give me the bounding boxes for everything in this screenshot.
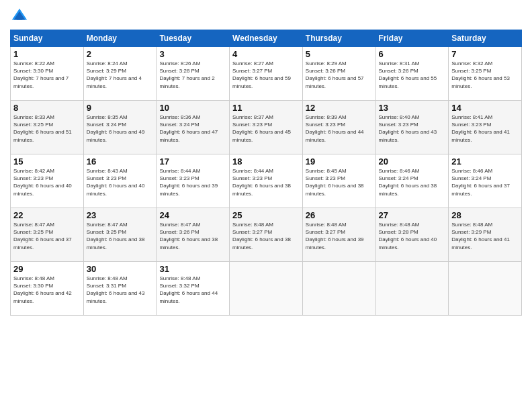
calendar-cell: 27 Sunrise: 8:48 AMSunset: 3:28 PMDaylig… — [375, 208, 449, 262]
calendar-cell: 31 Sunrise: 8:48 AMSunset: 3:32 PMDaylig… — [157, 262, 230, 316]
col-header-tuesday: Tuesday — [157, 30, 230, 47]
day-number: 6 — [379, 49, 446, 59]
header — [10, 7, 522, 26]
day-info: Sunrise: 8:24 AMSunset: 3:29 PMDaylight:… — [87, 60, 154, 90]
day-info: Sunrise: 8:47 AMSunset: 3:25 PMDaylight:… — [87, 221, 154, 251]
calendar-cell: 12 Sunrise: 8:39 AMSunset: 3:23 PMDaylig… — [302, 101, 375, 154]
header-row: SundayMondayTuesdayWednesdayThursdayFrid… — [11, 30, 522, 47]
calendar-cell: 14 Sunrise: 8:41 AMSunset: 3:23 PMDaylig… — [449, 101, 522, 154]
day-info: Sunrise: 8:48 AMSunset: 3:29 PMDaylight:… — [451, 221, 519, 251]
day-number: 26 — [306, 210, 373, 220]
calendar-cell: 10 Sunrise: 8:36 AMSunset: 3:24 PMDaylig… — [157, 101, 230, 154]
calendar-cell: 29 Sunrise: 8:48 AMSunset: 3:30 PMDaylig… — [11, 262, 84, 316]
day-number: 1 — [13, 49, 81, 59]
page: SundayMondayTuesdayWednesdayThursdayFrid… — [0, 0, 532, 411]
day-number: 25 — [232, 210, 300, 220]
day-number: 15 — [13, 156, 81, 167]
calendar-cell: 6 Sunrise: 8:31 AMSunset: 3:26 PMDayligh… — [375, 47, 449, 101]
calendar-cell: 11 Sunrise: 8:37 AMSunset: 3:23 PMDaylig… — [230, 101, 303, 154]
day-number: 17 — [159, 156, 226, 167]
day-info: Sunrise: 8:47 AMSunset: 3:25 PMDaylight:… — [13, 221, 81, 251]
day-number: 2 — [87, 49, 154, 59]
day-number: 8 — [13, 103, 81, 113]
col-header-saturday: Saturday — [449, 30, 522, 47]
col-header-monday: Monday — [83, 30, 157, 47]
calendar-cell: 13 Sunrise: 8:40 AMSunset: 3:23 PMDaylig… — [375, 101, 449, 154]
calendar-cell — [230, 262, 303, 316]
week-row-2: 8 Sunrise: 8:33 AMSunset: 3:25 PMDayligh… — [11, 101, 522, 154]
col-header-wednesday: Wednesday — [230, 30, 303, 47]
day-info: Sunrise: 8:46 AMSunset: 3:24 PMDaylight:… — [451, 167, 519, 197]
day-number: 9 — [87, 103, 154, 113]
calendar-cell: 19 Sunrise: 8:45 AMSunset: 3:23 PMDaylig… — [302, 154, 375, 208]
calendar-table: SundayMondayTuesdayWednesdayThursdayFrid… — [10, 30, 522, 316]
col-header-thursday: Thursday — [302, 30, 375, 47]
day-info: Sunrise: 8:33 AMSunset: 3:25 PMDaylight:… — [13, 113, 81, 144]
day-info: Sunrise: 8:45 AMSunset: 3:23 PMDaylight:… — [306, 167, 373, 197]
day-info: Sunrise: 8:39 AMSunset: 3:23 PMDaylight:… — [306, 113, 373, 144]
calendar-cell: 15 Sunrise: 8:42 AMSunset: 3:23 PMDaylig… — [11, 154, 84, 208]
day-number: 16 — [87, 156, 154, 167]
calendar-cell — [449, 262, 522, 316]
day-info: Sunrise: 8:48 AMSunset: 3:27 PMDaylight:… — [232, 221, 300, 251]
day-info: Sunrise: 8:48 AMSunset: 3:27 PMDaylight:… — [306, 221, 373, 251]
day-info: Sunrise: 8:27 AMSunset: 3:27 PMDaylight:… — [232, 60, 300, 90]
calendar-cell: 21 Sunrise: 8:46 AMSunset: 3:24 PMDaylig… — [449, 154, 522, 208]
calendar-cell: 1 Sunrise: 8:22 AMSunset: 3:30 PMDayligh… — [11, 47, 84, 101]
day-number: 7 — [451, 49, 519, 59]
day-number: 21 — [451, 156, 519, 167]
calendar-cell: 16 Sunrise: 8:43 AMSunset: 3:23 PMDaylig… — [83, 154, 157, 208]
day-number: 30 — [87, 264, 154, 274]
day-number: 13 — [379, 103, 446, 113]
day-number: 3 — [159, 49, 226, 59]
col-header-sunday: Sunday — [11, 30, 84, 47]
day-info: Sunrise: 8:43 AMSunset: 3:23 PMDaylight:… — [87, 167, 154, 197]
calendar-cell: 2 Sunrise: 8:24 AMSunset: 3:29 PMDayligh… — [83, 47, 157, 101]
day-info: Sunrise: 8:29 AMSunset: 3:26 PMDaylight:… — [306, 60, 373, 90]
calendar-cell: 23 Sunrise: 8:47 AMSunset: 3:25 PMDaylig… — [83, 208, 157, 262]
calendar-cell: 26 Sunrise: 8:48 AMSunset: 3:27 PMDaylig… — [302, 208, 375, 262]
calendar-cell: 28 Sunrise: 8:48 AMSunset: 3:29 PMDaylig… — [449, 208, 522, 262]
calendar-cell: 24 Sunrise: 8:47 AMSunset: 3:26 PMDaylig… — [157, 208, 230, 262]
calendar-cell: 20 Sunrise: 8:46 AMSunset: 3:24 PMDaylig… — [375, 154, 449, 208]
day-number: 19 — [306, 156, 373, 167]
calendar-cell: 4 Sunrise: 8:27 AMSunset: 3:27 PMDayligh… — [230, 47, 303, 101]
calendar-cell — [375, 262, 449, 316]
day-info: Sunrise: 8:22 AMSunset: 3:30 PMDaylight:… — [13, 60, 81, 90]
day-number: 27 — [379, 210, 446, 220]
day-number: 29 — [13, 264, 81, 274]
calendar-cell: 7 Sunrise: 8:32 AMSunset: 3:25 PMDayligh… — [449, 47, 522, 101]
day-info: Sunrise: 8:40 AMSunset: 3:23 PMDaylight:… — [379, 113, 446, 144]
day-number: 11 — [232, 103, 300, 113]
day-number: 18 — [232, 156, 300, 167]
day-info: Sunrise: 8:48 AMSunset: 3:28 PMDaylight:… — [379, 221, 446, 251]
day-number: 4 — [232, 49, 300, 59]
calendar-cell: 9 Sunrise: 8:35 AMSunset: 3:24 PMDayligh… — [83, 101, 157, 154]
week-row-4: 22 Sunrise: 8:47 AMSunset: 3:25 PMDaylig… — [11, 208, 522, 262]
week-row-1: 1 Sunrise: 8:22 AMSunset: 3:30 PMDayligh… — [11, 47, 522, 101]
day-number: 14 — [451, 103, 519, 113]
calendar-cell: 30 Sunrise: 8:48 AMSunset: 3:31 PMDaylig… — [83, 262, 157, 316]
day-info: Sunrise: 8:37 AMSunset: 3:23 PMDaylight:… — [232, 113, 300, 144]
day-number: 10 — [159, 103, 226, 113]
calendar-cell: 25 Sunrise: 8:48 AMSunset: 3:27 PMDaylig… — [230, 208, 303, 262]
day-number: 22 — [13, 210, 81, 220]
day-info: Sunrise: 8:36 AMSunset: 3:24 PMDaylight:… — [159, 113, 226, 144]
day-info: Sunrise: 8:46 AMSunset: 3:24 PMDaylight:… — [379, 167, 446, 197]
day-number: 28 — [451, 210, 519, 220]
col-header-friday: Friday — [375, 30, 449, 47]
calendar-cell: 22 Sunrise: 8:47 AMSunset: 3:25 PMDaylig… — [11, 208, 84, 262]
day-info: Sunrise: 8:41 AMSunset: 3:23 PMDaylight:… — [451, 113, 519, 144]
day-info: Sunrise: 8:35 AMSunset: 3:24 PMDaylight:… — [87, 113, 154, 144]
calendar-cell: 5 Sunrise: 8:29 AMSunset: 3:26 PMDayligh… — [302, 47, 375, 101]
day-info: Sunrise: 8:26 AMSunset: 3:28 PMDaylight:… — [159, 60, 226, 90]
day-number: 12 — [306, 103, 373, 113]
day-info: Sunrise: 8:47 AMSunset: 3:26 PMDaylight:… — [159, 221, 226, 251]
calendar-cell: 17 Sunrise: 8:44 AMSunset: 3:23 PMDaylig… — [157, 154, 230, 208]
calendar-cell: 3 Sunrise: 8:26 AMSunset: 3:28 PMDayligh… — [157, 47, 230, 101]
day-info: Sunrise: 8:48 AMSunset: 3:30 PMDaylight:… — [13, 275, 81, 305]
day-number: 5 — [306, 49, 373, 59]
day-info: Sunrise: 8:44 AMSunset: 3:23 PMDaylight:… — [159, 167, 226, 197]
logo-icon — [10, 7, 29, 26]
calendar-cell: 18 Sunrise: 8:44 AMSunset: 3:23 PMDaylig… — [230, 154, 303, 208]
